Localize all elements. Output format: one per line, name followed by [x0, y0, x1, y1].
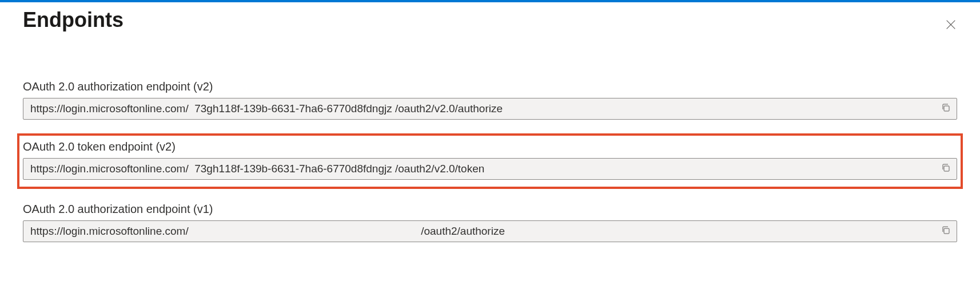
- oauth-authorize-v2-row: OAuth 2.0 authorization endpoint (v2): [23, 78, 957, 122]
- copy-icon: [941, 226, 950, 237]
- oauth-authorize-v2-input[interactable]: [23, 98, 935, 119]
- close-icon: [945, 18, 957, 33]
- oauth-token-v2-input[interactable]: [23, 159, 935, 179]
- oauth-authorize-v1-row: OAuth 2.0 authorization endpoint (v1): [23, 200, 957, 244]
- oauth-authorize-v1-input-group: [23, 220, 957, 242]
- oauth-token-v2-input-group: [23, 158, 957, 180]
- endpoints-list: OAuth 2.0 authorization endpoint (v2) OA…: [23, 78, 957, 244]
- oauth-authorize-v2-label: OAuth 2.0 authorization endpoint (v2): [23, 80, 957, 93]
- oauth-authorize-v2-input-group: [23, 98, 957, 120]
- svg-rect-2: [944, 106, 949, 111]
- oauth-token-v2-row: OAuth 2.0 token endpoint (v2): [19, 136, 961, 187]
- oauth-authorize-v1-input[interactable]: [23, 221, 935, 242]
- oauth-token-v2-copy-button[interactable]: [935, 159, 957, 179]
- svg-rect-3: [944, 166, 949, 171]
- svg-rect-4: [944, 228, 949, 234]
- copy-icon: [941, 163, 950, 175]
- oauth-authorize-v1-copy-button[interactable]: [935, 221, 957, 242]
- copy-icon: [941, 103, 950, 115]
- panel-title: Endpoints: [23, 8, 957, 32]
- oauth-token-v2-label: OAuth 2.0 token endpoint (v2): [23, 140, 957, 153]
- oauth-authorize-v2-copy-button[interactable]: [935, 98, 957, 119]
- close-button[interactable]: [945, 18, 957, 33]
- oauth-authorize-v1-label: OAuth 2.0 authorization endpoint (v1): [23, 203, 957, 216]
- endpoints-panel: Endpoints OAuth 2.0 authorization endpoi…: [0, 2, 980, 281]
